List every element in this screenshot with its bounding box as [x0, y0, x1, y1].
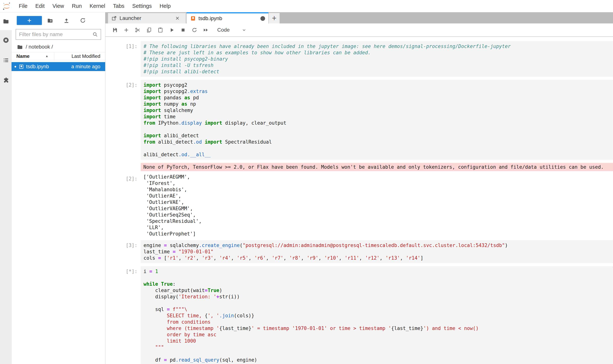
code-line: 'OutlierProphet'] — [143, 231, 610, 237]
code-cell-input[interactable]: [2]:import psycopg2import psycopg2.extra… — [105, 80, 613, 160]
paste-cells-button[interactable] — [157, 27, 163, 33]
file-filter-box — [16, 29, 101, 40]
code-cell-input[interactable]: [3]:engine = sqlalchemy.create_engine("p… — [105, 240, 613, 263]
new-launcher-button[interactable]: + — [17, 16, 42, 25]
code-cell-input[interactable]: [*]:i = 1 while True: clear_output(wait=… — [105, 266, 613, 364]
code-line: alibi_detect.od.__all__ — [144, 151, 610, 158]
new-folder-icon — [47, 17, 53, 24]
column-last-modified[interactable]: Last Modified — [54, 53, 105, 59]
cell-type-select[interactable]: Code — [217, 27, 230, 33]
chevron-down-icon[interactable] — [241, 27, 247, 33]
file-name: tsdb.ipynb — [26, 64, 71, 70]
restart-run-all-button[interactable] — [203, 27, 209, 33]
column-name[interactable]: Name ▲ — [12, 52, 54, 60]
refresh-icon — [80, 17, 86, 24]
code-line: cols = ['r1', 'r2', 'r3', 'r4', 'r5', 'r… — [144, 255, 610, 261]
sort-ascending-icon: ▲ — [45, 54, 48, 58]
file-list-header: Name ▲ Last Modified — [12, 52, 105, 60]
menu-view[interactable]: View — [49, 0, 68, 12]
code-line: df2 = df.fillna(method="ffill") — [144, 363, 610, 364]
close-tab-icon[interactable] — [175, 15, 180, 21]
menu-run[interactable]: Run — [68, 0, 86, 12]
table-of-contents-icon — [3, 57, 9, 64]
menu-kernel[interactable]: Kernel — [86, 0, 109, 12]
code-line: SELECT time, {', '.join(cols)} — [144, 312, 610, 319]
code-line: while True: — [144, 281, 610, 287]
menu-help[interactable]: Help — [156, 0, 175, 12]
save-button[interactable] — [112, 27, 118, 33]
restart-icon — [191, 27, 197, 33]
breadcrumb-path[interactable]: / notebook / — [26, 44, 53, 50]
cut-icon — [135, 27, 140, 33]
code-line: last_time = "1970-01-01" — [144, 248, 610, 255]
notebook-toolbar: Code — [105, 24, 613, 37]
code-line: engine = sqlalchemy.create_engine("postg… — [144, 242, 610, 248]
sidebar-tab-table-of-contents[interactable] — [0, 50, 12, 70]
notebook-tab-icon — [190, 16, 196, 21]
code-line: 'Mahalanobis', — [143, 186, 610, 193]
code-line: ['OutlierAEGMM', — [143, 174, 610, 180]
code-cell-input[interactable]: [1]:# The following libraries have alrea… — [105, 41, 613, 77]
code-line: 'OutlierAE', — [143, 193, 610, 199]
new-folder-button[interactable] — [42, 16, 58, 25]
sidebar-tab-extensions[interactable] — [0, 70, 12, 91]
menu-settings[interactable]: Settings — [128, 0, 156, 12]
file-row-tsdb[interactable]: tsdb.ipynb a minute ago — [12, 62, 105, 71]
new-tab-button[interactable]: + — [269, 13, 280, 24]
dock-tab-bar: Launcher tsdb.ipynb + — [105, 12, 613, 24]
run-button[interactable] — [168, 27, 175, 33]
file-browser-panel: + — [12, 12, 105, 364]
menu-edit[interactable]: Edit — [31, 0, 49, 12]
code-line: import time — [144, 114, 610, 120]
code-line: from IPython.display import display, cle… — [144, 120, 610, 126]
code-line: limit 1000 — [144, 338, 610, 344]
activity-bar — [0, 12, 12, 364]
code-line: 'IForest', — [143, 180, 610, 186]
folder-icon — [3, 18, 9, 25]
upload-button[interactable] — [58, 16, 75, 25]
copy-icon — [146, 27, 152, 33]
interrupt-kernel-button[interactable] — [180, 27, 186, 33]
save-icon — [112, 27, 118, 33]
column-name-label: Name — [16, 53, 30, 59]
fast-forward-icon — [203, 27, 209, 33]
cut-cells-button[interactable] — [134, 27, 141, 33]
code-line: import numpy as np — [144, 101, 610, 107]
tab-notebook[interactable]: tsdb.ipynb — [187, 12, 268, 24]
insert-cell-button[interactable] — [123, 27, 129, 33]
launcher-icon — [111, 15, 117, 21]
paste-icon — [158, 27, 163, 33]
plus-icon — [123, 27, 129, 33]
file-modified: a minute ago — [71, 64, 105, 70]
code-line: df = pd.read_sql_query(sql, engine) — [144, 357, 610, 363]
jupyter-logo — [3, 2, 11, 10]
code-line: import pandas as pd — [144, 94, 610, 101]
tab-launcher[interactable]: Launcher — [108, 13, 186, 24]
code-line: """ — [144, 344, 610, 351]
sidebar-tab-running-kernels[interactable] — [0, 30, 12, 50]
code-line: import psycopg2.extras — [144, 88, 610, 94]
code-line — [144, 351, 610, 357]
code-line: #!pip install alibi-detect — [144, 68, 610, 75]
menu-file[interactable]: File — [15, 0, 31, 12]
code-line: #!pip install psycopg2-binary — [144, 56, 610, 62]
restart-kernel-button[interactable] — [191, 27, 198, 33]
menu-tabs[interactable]: Tabs — [109, 0, 128, 12]
home-folder-icon[interactable] — [17, 44, 23, 50]
code-line: import sqlalchemy — [144, 107, 610, 114]
code-line: 'LLR', — [143, 224, 610, 231]
running-kernels-icon — [3, 37, 9, 43]
file-filter-input[interactable] — [19, 31, 92, 37]
code-line — [144, 300, 610, 306]
code-line: clear_output(wait=True) — [144, 287, 610, 294]
cell-prompt — [105, 163, 141, 165]
sidebar-tab-file-browser[interactable] — [0, 12, 12, 30]
copy-cells-button[interactable] — [146, 27, 152, 33]
code-line: # The following libraries have already b… — [144, 43, 610, 50]
search-icon — [92, 31, 98, 37]
refresh-button[interactable] — [75, 16, 91, 25]
code-line: from conditions — [144, 319, 610, 325]
stop-icon — [180, 27, 186, 33]
code-line: None of PyTorch, TensorFlow >= 2.0, or F… — [143, 164, 610, 170]
cell-output: [2]:['OutlierAEGMM', 'IForest', 'Mahalan… — [105, 174, 613, 237]
